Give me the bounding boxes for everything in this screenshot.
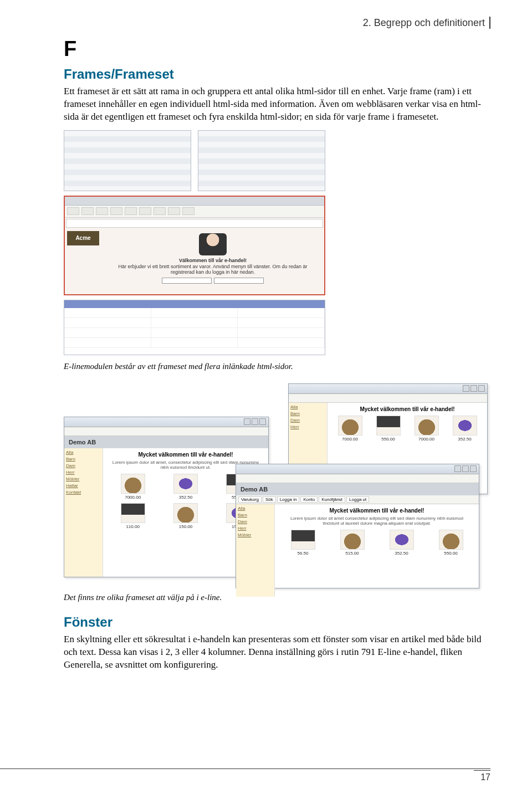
- tab-item[interactable]: Logga in: [277, 496, 300, 503]
- login-field-2[interactable]: [214, 278, 264, 284]
- welcome-title: Välkommen till vår e-handel!: [179, 258, 247, 263]
- paragraph-frames: Ett frameset är ett sätt att rama in och…: [64, 85, 485, 124]
- tab-item[interactable]: Logga ut: [346, 496, 369, 503]
- frame-top-left: [64, 130, 191, 191]
- tab-row: Varukorg Sök Logga in Konto Kundtjänst L…: [236, 495, 479, 504]
- brand-label-1: Demo AB: [64, 436, 268, 448]
- figure-three-framesets: AllaBarnDamHerr Mycket välkommen till vå…: [64, 383, 490, 588]
- login-field-1[interactable]: [162, 278, 212, 284]
- product-thumb-hat: [173, 474, 198, 494]
- sidebar: AllaBarnDamHerrMöbler: [236, 504, 275, 597]
- caption-figure-1: E-linemodulen består av ett frameset med…: [64, 362, 490, 371]
- person-avatar-icon: [199, 233, 227, 255]
- paragraph-fonster: En skyltning eller ett sökresultat i e-h…: [64, 633, 485, 672]
- heading-fonster: Fönster: [64, 614, 490, 630]
- welcome-title-3: Mycket välkommen till vår e-handel!: [278, 508, 475, 514]
- figure-frameset-diagram: Acme Välkommen till vår e-handel! Här er…: [64, 130, 330, 357]
- footer-rule: [0, 768, 490, 769]
- tab-item[interactable]: Kundtjänst: [319, 496, 345, 503]
- brand-label-3: Demo AB: [236, 483, 479, 495]
- tab-item[interactable]: Konto: [300, 496, 318, 503]
- frame-browser-main: Acme Välkommen till vår e-handel! Här er…: [64, 196, 325, 295]
- page-number: 17: [474, 770, 490, 782]
- product-price: 352.50: [172, 495, 199, 500]
- welcome-body: Här erbjuder vi ett brett sortiment av v…: [111, 264, 314, 276]
- product-thumb-chair: [121, 474, 145, 494]
- product-price: 7000.00: [120, 495, 146, 500]
- welcome-title-1: Mycket välkommen till vår e-handel!: [106, 452, 265, 458]
- tab-item[interactable]: Sök: [263, 496, 276, 503]
- frame-top-right: [198, 130, 325, 191]
- demo-window-3: Demo AB Varukorg Sök Logga in Konto Kund…: [236, 464, 479, 588]
- chapter-breadcrumb: 2. Begrepp och definitionert: [64, 17, 490, 29]
- acme-logo: Acme: [67, 231, 99, 245]
- heading-frames: Frames/Frameset: [64, 66, 490, 82]
- welcome-title-2: Mycket välkommen till vår e-handel!: [331, 406, 484, 412]
- sidebar: AllaBarnDamHerrMöblerHattarKontakt: [64, 448, 103, 577]
- tab-item[interactable]: Varukorg: [238, 496, 262, 503]
- frame-bottom: [64, 300, 325, 355]
- section-letter: F: [64, 37, 490, 61]
